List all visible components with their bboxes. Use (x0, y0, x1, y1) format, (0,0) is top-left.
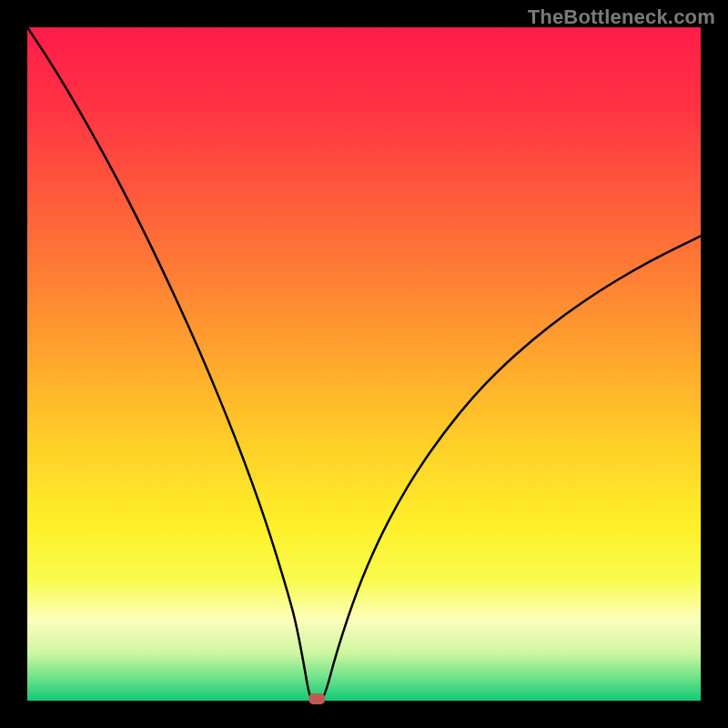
plot-background (27, 27, 701, 701)
target-marker (308, 693, 325, 704)
chart-stage: TheBottleneck.com (0, 0, 728, 728)
watermark-text: TheBottleneck.com (528, 5, 715, 29)
bottleneck-chart (0, 0, 728, 728)
